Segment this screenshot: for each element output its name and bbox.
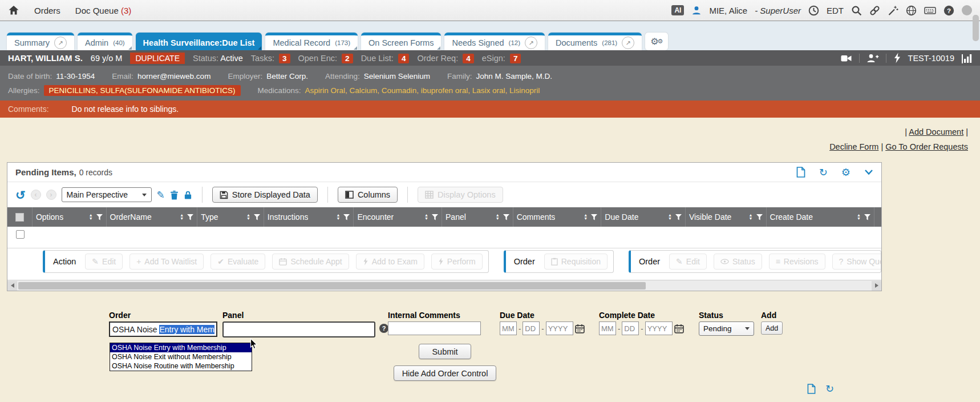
filter-icon[interactable] bbox=[187, 214, 193, 220]
duplicate-badge[interactable]: DUPLICATE bbox=[130, 53, 185, 64]
calendar-icon[interactable] bbox=[575, 324, 585, 333]
submit-button[interactable]: Submit bbox=[419, 344, 471, 359]
add-person-icon[interactable] bbox=[866, 53, 879, 63]
system-id[interactable]: TEST-10019 bbox=[908, 54, 954, 63]
nav-doc-queue[interactable]: Doc Queue (3) bbox=[75, 6, 131, 15]
counter-open-enc[interactable]: Open Enc: 2 bbox=[298, 54, 353, 63]
tab-on-screen-forms[interactable]: On Screen Forms bbox=[361, 33, 441, 50]
delete-perspective-icon[interactable] bbox=[170, 190, 179, 200]
refresh-icon[interactable]: ↻ bbox=[825, 384, 834, 394]
status-select[interactable]: Pending bbox=[699, 321, 754, 336]
avatar[interactable] bbox=[962, 5, 972, 15]
sort-icon[interactable]: ▲▼ bbox=[496, 214, 500, 220]
clock-icon[interactable] bbox=[808, 5, 819, 16]
col-options[interactable]: Options▲▼ bbox=[33, 207, 107, 227]
dropdown-option[interactable]: OSHA Noise Entry with Membership bbox=[110, 343, 252, 352]
tab-settings-button[interactable]: ⚙⚙ bbox=[645, 33, 668, 50]
add-button[interactable]: Add bbox=[761, 321, 783, 335]
sort-icon[interactable]: ▲▼ bbox=[180, 214, 184, 220]
sort-icon[interactable]: ▲▼ bbox=[246, 214, 250, 220]
due-date-dd-input[interactable] bbox=[523, 321, 540, 335]
perform-button[interactable]: Perform bbox=[431, 254, 483, 270]
filter-icon[interactable] bbox=[864, 214, 870, 220]
display-options-button[interactable]: Display Options bbox=[418, 187, 503, 203]
tab-documents[interactable]: Documents (281) ↗ bbox=[548, 33, 642, 50]
filter-icon[interactable] bbox=[503, 214, 509, 220]
col-instructions[interactable]: Instructions▲▼ bbox=[264, 207, 354, 227]
tab-health-surveillance-due-list[interactable]: Health Surveillance:Due List bbox=[136, 33, 262, 50]
complete-date-dd-input[interactable] bbox=[622, 321, 639, 335]
filter-icon[interactable] bbox=[432, 214, 438, 220]
columns-button[interactable]: Columns bbox=[338, 187, 398, 203]
due-date-mm-input[interactable] bbox=[500, 321, 517, 335]
gear-icon[interactable]: ⚙ bbox=[841, 167, 851, 178]
new-document-icon[interactable] bbox=[796, 167, 805, 178]
edit-perspective-icon[interactable]: ✎ bbox=[157, 190, 165, 200]
home-icon[interactable] bbox=[8, 5, 19, 16]
col-visible-date[interactable]: Visible Date▲▼ bbox=[686, 207, 767, 227]
tab-admin[interactable]: Admin (40) bbox=[78, 33, 132, 50]
sort-icon[interactable]: ▲▼ bbox=[749, 214, 753, 220]
add-to-exam-button[interactable]: Add to Exam bbox=[356, 254, 424, 270]
sort-icon[interactable]: ▲▼ bbox=[668, 214, 672, 220]
scrollbar-thumb[interactable] bbox=[18, 282, 646, 290]
edit-button[interactable]: ✎Edit bbox=[85, 254, 123, 270]
complete-date-yyyy-input[interactable] bbox=[645, 321, 673, 335]
next-perspective-icon[interactable]: › bbox=[46, 190, 56, 200]
tab-summary[interactable]: Summary ↗ bbox=[7, 33, 74, 50]
horizontal-scrollbar[interactable] bbox=[7, 280, 881, 291]
new-document-icon[interactable] bbox=[807, 384, 816, 394]
col-ordername[interactable]: OrderName▲▼ bbox=[107, 207, 198, 227]
edit-order-button[interactable]: ✎Edit bbox=[669, 254, 707, 270]
globe-icon[interactable] bbox=[906, 5, 917, 16]
show-questions-button[interactable]: ?Show Questions bbox=[832, 254, 881, 270]
ai-badge[interactable]: AI bbox=[671, 5, 684, 15]
tab-needs-signed[interactable]: Needs Signed (12) ↗ bbox=[444, 33, 545, 50]
counter-due-list[interactable]: Due List: 4 bbox=[361, 54, 410, 63]
col-comments[interactable]: Comments▲▼ bbox=[513, 207, 602, 227]
sort-icon[interactable]: ▲▼ bbox=[584, 214, 588, 220]
refresh-icon[interactable]: ↻ bbox=[819, 167, 828, 178]
wand-icon[interactable] bbox=[888, 5, 898, 16]
sort-icon[interactable]: ▲▼ bbox=[857, 214, 861, 220]
due-date-yyyy-input[interactable] bbox=[546, 321, 573, 335]
scroll-right-arrow[interactable] bbox=[872, 281, 881, 291]
complete-date-mm-input[interactable] bbox=[599, 321, 616, 335]
counter-esign[interactable]: eSign: 7 bbox=[482, 54, 521, 63]
undo-icon[interactable]: ↺ bbox=[15, 189, 26, 201]
dropdown-option[interactable]: OSHA Noise Exit without Membership bbox=[110, 352, 252, 361]
decline-form-link[interactable]: Decline Form bbox=[829, 142, 878, 151]
sort-icon[interactable]: ▲▼ bbox=[89, 214, 93, 220]
popout-icon[interactable]: ↗ bbox=[54, 37, 67, 49]
evaluate-button[interactable]: ✔Evaluate bbox=[210, 254, 265, 270]
hide-add-order-control-button[interactable]: Hide Add Order Control bbox=[394, 365, 496, 381]
tab-medical-record[interactable]: Medical Record (173) bbox=[265, 33, 358, 50]
search-icon[interactable] bbox=[851, 5, 862, 16]
chevron-down-icon[interactable] bbox=[864, 169, 873, 175]
filter-icon[interactable] bbox=[254, 214, 260, 220]
panel-input[interactable] bbox=[222, 321, 375, 337]
filter-icon[interactable] bbox=[343, 214, 350, 220]
add-to-waitlist-button[interactable]: +Add To Waitlist bbox=[129, 254, 204, 270]
sort-icon[interactable]: ▲▼ bbox=[424, 214, 428, 220]
filter-icon[interactable] bbox=[591, 214, 597, 220]
scroll-left-arrow[interactable] bbox=[7, 281, 17, 291]
sort-icon[interactable]: ▲▼ bbox=[336, 214, 340, 220]
link-icon[interactable] bbox=[869, 5, 880, 16]
col-type[interactable]: Type▲▼ bbox=[197, 207, 264, 227]
popout-icon[interactable]: ↗ bbox=[525, 37, 537, 49]
lock-icon[interactable] bbox=[184, 190, 192, 200]
filter-icon[interactable] bbox=[96, 214, 103, 220]
counter-order-req[interactable]: Order Req: 4 bbox=[417, 54, 473, 63]
lightning-icon[interactable] bbox=[893, 53, 901, 63]
vertical-scrollbar-thumb[interactable] bbox=[973, 15, 979, 41]
user-name[interactable]: MIE, Alice bbox=[709, 6, 747, 15]
perspective-select[interactable]: Main Perspective bbox=[62, 187, 152, 202]
go-to-order-requests-link[interactable]: Go To Order Requests bbox=[885, 142, 968, 151]
select-all-checkbox[interactable] bbox=[7, 207, 33, 227]
dropdown-option[interactable]: OSHA Noise Routine with Membership bbox=[110, 361, 252, 371]
panel-help-icon[interactable]: ? bbox=[379, 324, 388, 333]
filter-icon[interactable] bbox=[756, 214, 763, 220]
col-create-date[interactable]: Create Date▲▼ bbox=[767, 207, 874, 227]
filter-icon[interactable] bbox=[675, 214, 682, 220]
